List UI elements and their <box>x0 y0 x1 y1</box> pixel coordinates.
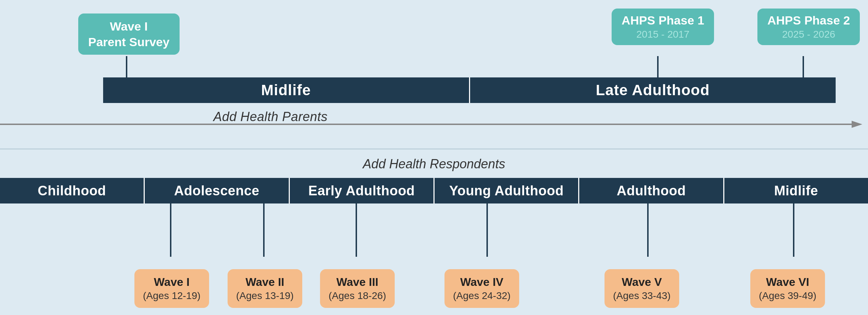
wave2-ages: (Ages 13-19) <box>236 290 294 302</box>
ahps2-title: AHPS Phase 2 <box>767 13 850 27</box>
stem-ahps1 <box>657 56 659 78</box>
ahps1-title: AHPS Phase 1 <box>622 13 704 27</box>
ahps2-dates: 2025 - 2026 <box>767 29 850 40</box>
stem-wave3 <box>356 203 357 257</box>
wave-parent-survey-bubble: Wave I Parent Survey <box>78 13 180 55</box>
wave1-box: Wave I (Ages 12-19) <box>134 269 209 308</box>
wave2-title: Wave II <box>236 276 294 289</box>
respondents-timeline-bar: Childhood Adolescence Early Adulthood Yo… <box>0 178 868 203</box>
ahps1-dates: 2015 - 2017 <box>622 29 704 40</box>
wave4-box: Wave IV (Ages 24-32) <box>444 269 519 308</box>
stem-wave5 <box>647 203 649 257</box>
wave2-box: Wave II (Ages 13-19) <box>228 269 302 308</box>
wave4-ages: (Ages 24-32) <box>453 290 511 302</box>
stem-wave6 <box>793 203 794 257</box>
wave6-box: Wave VI (Ages 39-49) <box>750 269 825 308</box>
ahps-phase1-bubble: AHPS Phase 1 2015 - 2017 <box>612 9 714 45</box>
parents-arrow <box>0 121 868 128</box>
segment-childhood: Childhood <box>0 178 145 203</box>
wave-parent-line2: Parent Survey <box>88 34 170 50</box>
wave5-box: Wave V (Ages 33-43) <box>605 269 679 308</box>
bottom-section: Add Health Respondents Childhood Adolesc… <box>0 150 868 315</box>
parents-timeline-bar: Midlife Late Adulthood <box>103 77 836 103</box>
ahps-phase2-bubble: AHPS Phase 2 2025 - 2026 <box>757 9 860 45</box>
segment-young-adulthood: Young Adulthood <box>435 178 579 203</box>
segment-midlife: Midlife <box>724 178 868 203</box>
stem-wave1 <box>170 203 171 257</box>
late-adulthood-label: Late Adulthood <box>596 82 710 99</box>
stem-ahps2 <box>803 56 804 78</box>
wave4-title: Wave IV <box>453 276 511 289</box>
top-section: Wave I Parent Survey AHPS Phase 1 2015 -… <box>0 0 868 149</box>
stem-wave2 <box>263 203 265 257</box>
late-adulthood-segment: Late Adulthood <box>470 77 836 103</box>
arrow-line <box>0 124 853 125</box>
segment-adulthood: Adulthood <box>579 178 724 203</box>
wave1-title: Wave I <box>143 276 201 289</box>
stem-wave-parent <box>126 56 127 78</box>
wave3-box: Wave III (Ages 18-26) <box>320 269 395 308</box>
respondents-label: Add Health Respondents <box>0 157 868 172</box>
midlife-label: Midlife <box>261 82 311 99</box>
wave5-title: Wave V <box>613 276 671 289</box>
wave5-ages: (Ages 33-43) <box>613 290 671 302</box>
wave6-ages: (Ages 39-49) <box>759 290 816 302</box>
segment-early-adulthood: Early Adulthood <box>290 178 435 203</box>
segment-adolescence: Adolescence <box>145 178 289 203</box>
wave3-ages: (Ages 18-26) <box>329 290 386 302</box>
wave3-title: Wave III <box>329 276 386 289</box>
wave1-ages: (Ages 12-19) <box>143 290 201 302</box>
diagram-container: Wave I Parent Survey AHPS Phase 1 2015 -… <box>0 0 868 315</box>
arrow-head <box>852 121 862 128</box>
wave6-title: Wave VI <box>759 276 816 289</box>
stem-wave4 <box>486 203 488 257</box>
midlife-segment: Midlife <box>103 77 470 103</box>
wave-parent-line1: Wave I <box>88 18 170 34</box>
